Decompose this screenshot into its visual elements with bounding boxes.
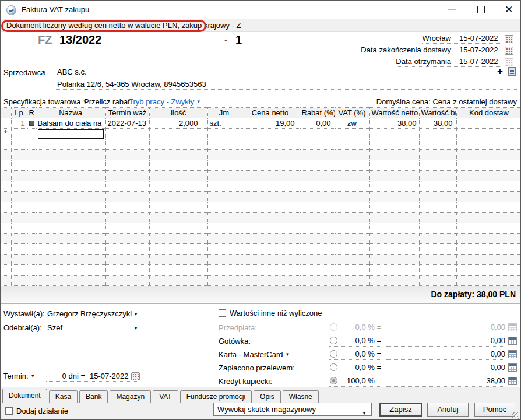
empty-table-cell[interactable] bbox=[241, 255, 300, 265]
payment-method-label[interactable]: Karta - MasterCard▼ bbox=[219, 350, 290, 359]
calendar-icon[interactable] bbox=[505, 47, 513, 55]
column-header[interactable]: Wartość netto ( bbox=[369, 108, 419, 118]
empty-table-cell[interactable] bbox=[369, 244, 419, 255]
empty-table-cell[interactable] bbox=[369, 160, 419, 171]
calculator-icon[interactable] bbox=[508, 363, 517, 372]
add-seller-button[interactable]: + bbox=[497, 66, 503, 77]
empty-table-cell[interactable] bbox=[27, 244, 36, 255]
empty-table-cell[interactable] bbox=[1, 192, 11, 202]
table-cell[interactable]: szt. bbox=[207, 118, 241, 129]
empty-table-cell[interactable] bbox=[419, 181, 456, 192]
empty-table-cell[interactable] bbox=[105, 202, 149, 213]
empty-table-cell[interactable] bbox=[241, 223, 300, 234]
empty-table-cell[interactable] bbox=[456, 171, 521, 181]
empty-table-cell[interactable] bbox=[300, 276, 335, 286]
empty-table-cell[interactable] bbox=[36, 160, 105, 171]
empty-table-cell[interactable] bbox=[456, 160, 521, 171]
empty-table-cell[interactable] bbox=[207, 223, 241, 234]
empty-table-cell[interactable] bbox=[27, 223, 36, 234]
table-cell[interactable] bbox=[36, 129, 105, 139]
empty-table-cell[interactable] bbox=[11, 255, 27, 265]
empty-table-cell[interactable] bbox=[369, 255, 419, 265]
empty-table-cell[interactable] bbox=[369, 202, 419, 213]
empty-table-cell[interactable] bbox=[335, 223, 369, 234]
column-header[interactable]: Kod dostaw bbox=[456, 108, 521, 118]
empty-table-cell[interactable] bbox=[419, 139, 456, 150]
empty-table-cell[interactable] bbox=[207, 265, 241, 276]
table-cell[interactable] bbox=[369, 129, 419, 139]
empty-table-cell[interactable] bbox=[11, 276, 27, 286]
empty-table-cell[interactable] bbox=[241, 181, 300, 192]
chevron-down-icon[interactable]: ▼ bbox=[286, 352, 290, 357]
table-cell[interactable]: 2,000 bbox=[149, 118, 207, 129]
issued-by-field[interactable]: Grzegorz Brzęczyszczykiewicz bbox=[47, 309, 132, 318]
term-date-field[interactable]: 15-07-2022 bbox=[90, 372, 129, 380]
add-action-checkbox[interactable] bbox=[5, 407, 13, 415]
table-cell[interactable]: 0,00 bbox=[300, 118, 335, 129]
empty-table-cell[interactable] bbox=[11, 171, 27, 181]
table-cell[interactable] bbox=[27, 129, 36, 139]
empty-table-cell[interactable] bbox=[27, 171, 36, 181]
empty-table-cell[interactable] bbox=[1, 139, 11, 150]
issued-by-dropdown-icon[interactable]: ▼ bbox=[133, 312, 138, 317]
empty-table-cell[interactable] bbox=[149, 223, 207, 234]
empty-table-cell[interactable] bbox=[300, 171, 335, 181]
empty-table-cell[interactable] bbox=[36, 171, 105, 181]
empty-table-cell[interactable] bbox=[456, 234, 521, 244]
empty-table-cell[interactable] bbox=[207, 181, 241, 192]
empty-table-cell[interactable] bbox=[149, 265, 207, 276]
empty-table-cell[interactable] bbox=[27, 202, 36, 213]
delivery-end-date-field[interactable]: 15-07-2022 bbox=[459, 45, 501, 54]
tab-dokument[interactable]: Dokument bbox=[2, 389, 47, 403]
empty-table-cell[interactable] bbox=[105, 150, 149, 160]
empty-table-cell[interactable] bbox=[335, 202, 369, 213]
empty-table-cell[interactable] bbox=[1, 150, 11, 160]
table-cell[interactable]: 2022-07-13 bbox=[105, 118, 149, 129]
empty-table-cell[interactable] bbox=[36, 276, 105, 286]
empty-table-cell[interactable] bbox=[149, 213, 207, 223]
empty-table-cell[interactable] bbox=[11, 192, 27, 202]
empty-table-cell[interactable] bbox=[105, 265, 149, 276]
empty-table-cell[interactable] bbox=[335, 171, 369, 181]
empty-table-cell[interactable] bbox=[1, 160, 11, 171]
calculator-icon[interactable] bbox=[508, 337, 517, 345]
empty-table-cell[interactable] bbox=[149, 234, 207, 244]
empty-table-cell[interactable] bbox=[335, 139, 369, 150]
tab-bank[interactable]: Bank bbox=[79, 390, 108, 403]
empty-table-cell[interactable] bbox=[241, 202, 300, 213]
empty-table-cell[interactable] bbox=[369, 265, 419, 276]
save-button[interactable]: Zapisz bbox=[379, 403, 422, 417]
document-mode-link[interactable]: Dokument liczony według cen netto w walu… bbox=[6, 21, 241, 30]
received-date-field[interactable]: 15-07-2022 bbox=[459, 57, 501, 66]
empty-table-cell[interactable] bbox=[105, 181, 149, 192]
empty-table-cell[interactable] bbox=[105, 139, 149, 150]
empty-table-cell[interactable] bbox=[105, 160, 149, 171]
empty-table-cell[interactable] bbox=[456, 223, 521, 234]
empty-table-cell[interactable] bbox=[207, 139, 241, 150]
calculator-icon[interactable] bbox=[508, 377, 517, 385]
table-cell[interactable] bbox=[456, 118, 521, 129]
empty-table-cell[interactable] bbox=[36, 255, 105, 265]
empty-table-cell[interactable] bbox=[1, 234, 11, 244]
empty-table-cell[interactable] bbox=[36, 181, 105, 192]
close-button[interactable]: ✕ bbox=[502, 3, 516, 17]
empty-table-cell[interactable] bbox=[36, 150, 105, 160]
empty-table-cell[interactable] bbox=[300, 160, 335, 171]
empty-table-cell[interactable] bbox=[1, 223, 11, 234]
payment-radio[interactable] bbox=[330, 377, 337, 384]
empty-table-cell[interactable] bbox=[36, 223, 105, 234]
empty-table-cell[interactable] bbox=[27, 255, 36, 265]
payment-amount-field[interactable]: 0,00 bbox=[386, 350, 506, 360]
empty-table-cell[interactable] bbox=[1, 276, 11, 286]
payment-amount-field[interactable]: 0,00 bbox=[386, 323, 506, 333]
empty-table-cell[interactable] bbox=[11, 234, 27, 244]
empty-table-cell[interactable] bbox=[36, 244, 105, 255]
empty-table-cell[interactable] bbox=[300, 202, 335, 213]
empty-table-cell[interactable] bbox=[36, 202, 105, 213]
empty-table-cell[interactable] bbox=[300, 223, 335, 234]
empty-table-cell[interactable] bbox=[27, 181, 36, 192]
table-cell[interactable] bbox=[11, 129, 27, 139]
payment-radio[interactable] bbox=[330, 363, 337, 371]
table-cell[interactable]: Balsam do ciała na bbox=[36, 118, 105, 129]
empty-table-cell[interactable] bbox=[149, 276, 207, 286]
